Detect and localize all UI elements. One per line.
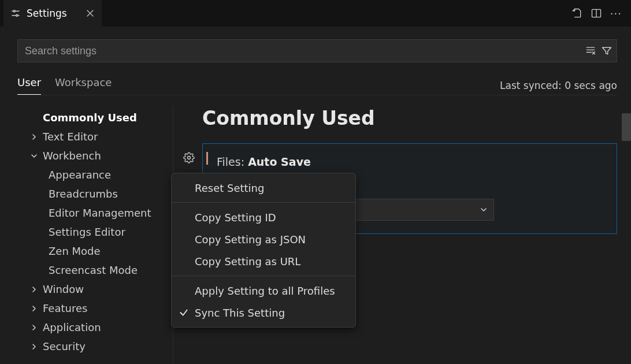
- clear-search-icon[interactable]: [585, 45, 596, 57]
- sidebar-item-zen-mode[interactable]: Zen Mode: [29, 242, 173, 261]
- chevron-right-icon: [29, 341, 39, 352]
- menu-copy-setting-json[interactable]: Copy Setting as JSON: [172, 228, 355, 250]
- open-changes-icon[interactable]: [571, 8, 582, 19]
- chevron-right-icon: [29, 322, 39, 333]
- chevron-down-icon: [479, 199, 488, 221]
- tab-settings[interactable]: Settings: [3, 0, 102, 27]
- sidebar-item-text-editor[interactable]: Text Editor: [29, 127, 173, 146]
- sidebar-item-screencast-mode[interactable]: Screencast Mode: [29, 261, 173, 280]
- setting-context-menu: Reset Setting Copy Setting ID Copy Setti…: [171, 173, 356, 328]
- setting-category: Files:: [217, 155, 248, 168]
- menu-separator: [172, 202, 355, 203]
- chevron-right-icon: [29, 132, 39, 142]
- svg-point-13: [188, 157, 191, 159]
- sidebar-item-application[interactable]: Application: [29, 318, 173, 337]
- svg-point-3: [16, 14, 18, 16]
- tab-user[interactable]: User: [17, 76, 41, 95]
- menu-copy-setting-id[interactable]: Copy Setting ID: [172, 206, 355, 228]
- gear-icon[interactable]: [182, 151, 196, 165]
- menu-apply-all-profiles[interactable]: Apply Setting to all Profiles: [172, 280, 355, 302]
- titlebar: Settings ···: [0, 0, 631, 27]
- menu-sync-this-setting[interactable]: Sync This Setting: [172, 302, 355, 324]
- settings-tree: Commonly Used Text Editor Workbench Appe…: [17, 106, 173, 364]
- sidebar-item-editor-management[interactable]: Editor Management: [29, 203, 173, 222]
- scope-row: User Workspace Last synced: 0 secs ago: [17, 76, 617, 95]
- tab-workspace[interactable]: Workspace: [55, 76, 112, 95]
- setting-title: Files: Auto Save: [217, 155, 603, 168]
- editor-actions: ···: [571, 8, 628, 20]
- sidebar-item-security[interactable]: Security: [29, 337, 173, 356]
- more-actions-icon[interactable]: ···: [610, 8, 622, 20]
- svg-point-1: [13, 10, 15, 12]
- chevron-right-icon: [29, 284, 39, 295]
- sidebar-item-window[interactable]: Window: [29, 280, 173, 299]
- divider: [17, 95, 617, 95]
- search-input[interactable]: [17, 39, 617, 62]
- menu-reset-setting[interactable]: Reset Setting: [172, 177, 355, 199]
- section-title: Commonly Used: [202, 107, 617, 129]
- tab-title: Settings: [27, 8, 67, 19]
- sidebar-item-features[interactable]: Features: [29, 299, 173, 318]
- filter-icon[interactable]: [601, 45, 613, 57]
- close-icon[interactable]: [86, 9, 95, 18]
- chevron-right-icon: [29, 303, 39, 314]
- sidebar-item-workbench[interactable]: Workbench: [29, 146, 173, 165]
- settings-sliders-icon: [10, 8, 21, 18]
- scrollbar[interactable]: [622, 113, 631, 141]
- menu-separator: [172, 276, 355, 276]
- sidebar-item-settings-editor[interactable]: Settings Editor: [29, 222, 173, 242]
- search-row: [17, 39, 617, 62]
- check-icon: [179, 307, 189, 318]
- split-editor-icon[interactable]: [591, 8, 602, 19]
- sidebar-item-commonly-used[interactable]: Commonly Used: [29, 108, 173, 127]
- menu-copy-setting-url[interactable]: Copy Setting as URL: [172, 250, 355, 272]
- chevron-down-icon: [29, 151, 39, 161]
- modified-indicator: [206, 152, 208, 165]
- sidebar-item-breadcrumbs[interactable]: Breadcrumbs: [29, 184, 173, 203]
- setting-name: Auto Save: [248, 155, 311, 168]
- sidebar-item-appearance[interactable]: Appearance: [29, 165, 173, 184]
- sync-status: Last synced: 0 secs ago: [500, 80, 617, 91]
